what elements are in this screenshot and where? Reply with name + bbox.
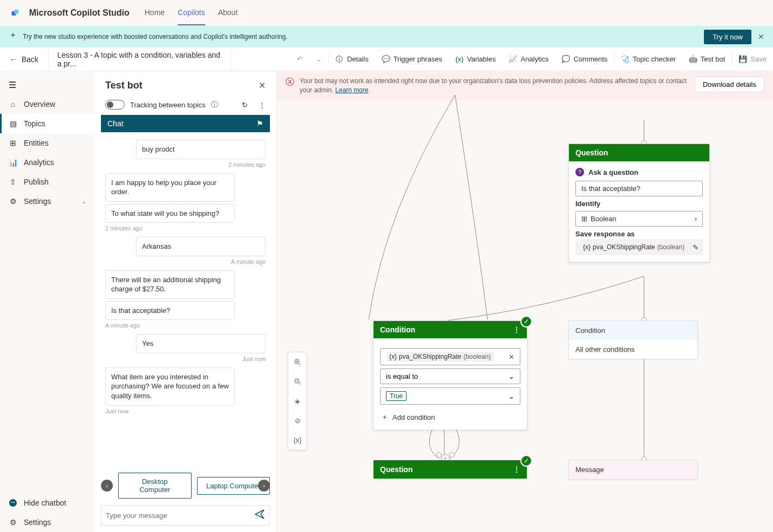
fit-button[interactable]: ◈ — [288, 391, 307, 411]
chat-body[interactable]: buy prodct 2 minutes ago I am happy to h… — [101, 132, 270, 468]
question-header-label: Question — [575, 148, 608, 157]
nav-topics[interactable]: ▤Topics — [0, 114, 94, 133]
variables-label: Variables — [467, 55, 496, 63]
message-node[interactable]: Message — [568, 460, 698, 480]
error-icon: ⓧ — [286, 77, 294, 88]
send-icon[interactable] — [254, 509, 265, 522]
nav-settings[interactable]: ⚙Settings⌄ — [0, 192, 94, 211]
refresh-icon[interactable]: ↻ — [242, 101, 248, 109]
chat-header: Chat ⚑ — [101, 115, 270, 132]
close-icon[interactable]: ✕ — [259, 80, 266, 91]
save-button[interactable]: 💾Save — [732, 47, 773, 71]
save-label: Save — [750, 55, 767, 63]
clear-icon[interactable]: ✕ — [508, 353, 514, 361]
tracking-toggle[interactable] — [105, 100, 125, 110]
edit-icon[interactable]: ✎ — [693, 243, 699, 251]
scroll-right-button[interactable]: › — [258, 480, 270, 492]
identify-field[interactable]: ⊞Boolean › — [575, 211, 703, 227]
question-node-header: Question — [569, 144, 709, 161]
details-label: Details — [347, 55, 369, 63]
entity-icon: ⊞ — [581, 215, 587, 223]
undo-dropdown[interactable]: ⌄ — [309, 47, 328, 71]
bot-icon: 🤖 — [689, 55, 697, 64]
variable-chip[interactable]: {x}pva_OKShippingRate (boolean) — [580, 242, 688, 252]
condition-variable-field[interactable]: {x}pva_OKShippingRate (boolean) ✕ — [380, 348, 520, 365]
variables-tool-button[interactable]: {x} — [288, 430, 307, 449]
test-bot-button[interactable]: 🤖Test bot — [682, 47, 732, 71]
publish-label: Publish — [24, 178, 49, 186]
question-node-2[interactable]: ✓ Question ⋮ — [373, 460, 527, 478]
hamburger-icon: ☰ — [9, 80, 16, 90]
back-button[interactable]: ← Back — [0, 47, 49, 71]
analytics-button[interactable]: 📈Analytics — [502, 47, 555, 71]
try-it-now-button[interactable]: Try it now — [704, 30, 751, 44]
condition-else-node[interactable]: Condition All other conditions — [568, 320, 698, 359]
app-title: Microsoft Copilot Studio — [29, 8, 130, 18]
suggestion-desktop[interactable]: Desktop Computer — [118, 473, 192, 499]
nav-overview[interactable]: ⌂Overview — [0, 94, 94, 114]
analytics-icon: 📈 — [508, 55, 517, 64]
var-brace-icon: {x} — [389, 353, 397, 360]
more-icon[interactable]: ⋮ — [513, 325, 520, 334]
variable-icon: {x} — [455, 55, 464, 64]
question-node[interactable]: Question ? Ask a question Is that accept… — [568, 144, 710, 262]
nav-settings-bottom[interactable]: ⚙Settings — [0, 513, 94, 532]
variables-button[interactable]: {x}Variables — [449, 47, 502, 71]
question-icon: ? — [575, 168, 584, 176]
hidechat-label: Hide chatbot — [24, 499, 66, 507]
info-icon[interactable]: ⓘ — [211, 100, 218, 110]
connector-node[interactable] — [449, 452, 455, 458]
condition-node[interactable]: ✓ Condition ⋮ {x}pva_OKShippingRate (boo… — [373, 320, 527, 430]
zoom-toolbar: ◈ ⊘ {x} — [288, 352, 307, 450]
trigger-phrases-button[interactable]: 💬Trigger phrases — [375, 47, 449, 71]
check-icon: ✓ — [520, 455, 532, 467]
zoom-out-button[interactable] — [288, 372, 307, 391]
check-icon: ✓ — [520, 316, 532, 328]
add-condition-button[interactable]: ＋ Add condition — [380, 408, 520, 423]
value-chip: True — [386, 391, 406, 401]
message-input[interactable] — [106, 511, 254, 520]
download-details-button[interactable]: Download details — [695, 77, 764, 92]
details-button[interactable]: ⓘDetails — [329, 47, 375, 71]
flag-icon[interactable]: ⚑ — [256, 119, 263, 128]
tracking-label: Tracking between topics — [130, 101, 206, 109]
nav-home[interactable]: Home — [145, 1, 165, 25]
hamburger-button[interactable]: ☰ — [0, 76, 94, 94]
authoring-canvas[interactable]: ⓧ Your bot may not work as intended righ… — [277, 71, 773, 532]
timestamp: Just now — [105, 408, 266, 414]
chevron-down-icon: ⌄ — [316, 55, 322, 63]
nav-analytics[interactable]: 📊Analytics — [0, 153, 94, 172]
minimap-button[interactable]: ⊘ — [288, 411, 307, 430]
question-2-label: Question — [380, 465, 413, 474]
more-icon[interactable]: ⋮ — [513, 465, 520, 474]
breadcrumb: Lesson 3 - A topic with a condition, var… — [49, 47, 232, 71]
nav-entities[interactable]: ⊞Entities — [0, 133, 94, 153]
app-logo-icon — [11, 9, 19, 17]
question-text-field[interactable]: Is that acceptable? — [575, 181, 703, 196]
condition-value-field[interactable]: True ⌄ — [380, 387, 520, 405]
undo-button[interactable]: ↶ — [290, 47, 309, 71]
banner-close-icon[interactable]: ✕ — [758, 32, 764, 41]
learn-more-link[interactable]: Learn more — [335, 86, 368, 94]
condition-else-body: All other conditions — [569, 340, 697, 359]
condition-operator-field[interactable]: is equal to ⌄ — [380, 369, 520, 384]
suggestion-row: ‹ Desktop Computer Laptop Computer › — [99, 468, 272, 501]
hide-chatbot-button[interactable]: Hide chatbot — [0, 493, 94, 513]
connector-node[interactable] — [436, 452, 442, 458]
topics-icon: ▤ — [9, 119, 17, 128]
topic-checker-button[interactable]: 🩺Topic checker — [614, 47, 682, 71]
nav-publish[interactable]: ⇧Publish — [0, 172, 94, 192]
plus-icon: ＋ — [381, 412, 388, 422]
settings2-label: Settings — [24, 518, 51, 527]
nav-about[interactable]: About — [218, 1, 238, 25]
test-bot-title: Test bot — [105, 80, 259, 91]
zoom-in-button[interactable] — [288, 352, 307, 372]
timestamp: A minute ago — [105, 322, 266, 329]
operator-value: is equal to — [386, 372, 418, 380]
nav-copilots[interactable]: Copilots — [178, 1, 205, 25]
scroll-left-button[interactable]: ‹ — [101, 480, 113, 492]
checker-icon: 🩺 — [621, 55, 629, 64]
more-icon[interactable]: ⋮ — [259, 101, 266, 109]
comments-button[interactable]: 💭Comments — [555, 47, 614, 71]
checker-label: Topic checker — [633, 55, 675, 63]
